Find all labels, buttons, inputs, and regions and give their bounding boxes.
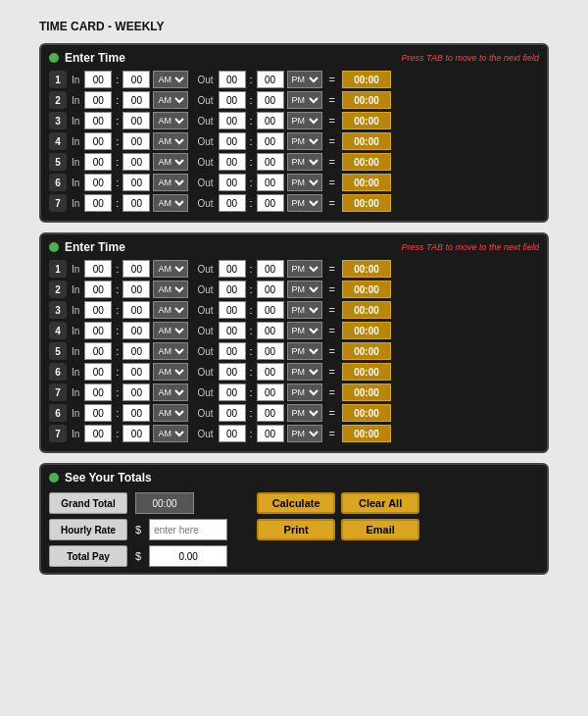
- out-ampm-select[interactable]: AM PM: [287, 194, 322, 212]
- email-button[interactable]: Email: [341, 519, 419, 540]
- out-min-input[interactable]: [257, 301, 284, 319]
- in-min-input[interactable]: [122, 363, 150, 381]
- in-min-input[interactable]: [122, 153, 150, 171]
- in-hour-input[interactable]: [84, 322, 112, 339]
- in-ampm-select[interactable]: AM PM: [153, 281, 188, 298]
- in-min-input[interactable]: [122, 384, 150, 401]
- in-ampm-select[interactable]: AM PM: [153, 404, 188, 422]
- in-ampm-select[interactable]: AM PM: [153, 153, 188, 171]
- out-hour-input[interactable]: [219, 363, 246, 381]
- out-hour-input[interactable]: [219, 281, 246, 298]
- in-hour-input[interactable]: [84, 174, 112, 191]
- out-min-input[interactable]: [257, 384, 284, 401]
- in-hour-input[interactable]: [84, 384, 112, 401]
- in-min-input[interactable]: [122, 404, 150, 422]
- out-ampm-select[interactable]: AM PM: [287, 342, 322, 360]
- in-ampm-select[interactable]: AM PM: [153, 342, 188, 360]
- out-hour-input[interactable]: [219, 301, 246, 319]
- in-hour-input[interactable]: [84, 342, 112, 360]
- in-ampm-select[interactable]: AM PM: [153, 322, 188, 339]
- in-min-input[interactable]: [122, 194, 150, 212]
- in-ampm-select[interactable]: AM PM: [153, 363, 188, 381]
- out-ampm-select[interactable]: AM PM: [287, 153, 322, 171]
- out-hour-input[interactable]: [219, 132, 246, 150]
- in-hour-input[interactable]: [84, 112, 112, 129]
- in-ampm-select[interactable]: AM PM: [153, 174, 188, 191]
- out-min-input[interactable]: [257, 194, 284, 212]
- in-min-input[interactable]: [122, 71, 150, 88]
- out-ampm-select[interactable]: AM PM: [287, 174, 322, 191]
- out-ampm-select[interactable]: AM PM: [287, 425, 322, 442]
- in-min-input[interactable]: [122, 260, 150, 278]
- in-min-input[interactable]: [122, 112, 150, 129]
- out-hour-input[interactable]: [219, 404, 246, 422]
- in-min-input[interactable]: [122, 342, 150, 360]
- in-min-input[interactable]: [122, 281, 150, 298]
- in-min-input[interactable]: [122, 301, 150, 319]
- in-ampm-select[interactable]: AM PM: [153, 91, 188, 109]
- out-ampm-select[interactable]: AM PM: [287, 71, 322, 88]
- out-min-input[interactable]: [257, 71, 284, 88]
- in-min-input[interactable]: [122, 322, 150, 339]
- hourly-rate-input[interactable]: [149, 519, 227, 540]
- out-ampm-select[interactable]: AM PM: [287, 91, 322, 109]
- in-hour-input[interactable]: [84, 425, 112, 442]
- in-hour-input[interactable]: [84, 91, 112, 109]
- in-hour-input[interactable]: [84, 281, 112, 298]
- in-ampm-select[interactable]: AM PM: [153, 260, 188, 278]
- calculate-button[interactable]: Calculate: [257, 492, 335, 514]
- out-ampm-select[interactable]: AM PM: [287, 322, 322, 339]
- in-ampm-select[interactable]: AM PM: [153, 71, 188, 88]
- out-hour-input[interactable]: [219, 112, 246, 129]
- out-ampm-select[interactable]: AM PM: [287, 384, 322, 401]
- out-ampm-select[interactable]: AM PM: [287, 112, 322, 129]
- out-min-input[interactable]: [257, 132, 284, 150]
- out-min-input[interactable]: [257, 260, 284, 278]
- print-button[interactable]: Print: [257, 519, 335, 540]
- in-hour-input[interactable]: [84, 363, 112, 381]
- out-min-input[interactable]: [257, 363, 284, 381]
- out-min-input[interactable]: [257, 112, 284, 129]
- out-hour-input[interactable]: [219, 71, 246, 88]
- in-min-input[interactable]: [122, 132, 150, 150]
- out-hour-input[interactable]: [219, 91, 246, 109]
- out-min-input[interactable]: [257, 322, 284, 339]
- out-ampm-select[interactable]: AM PM: [287, 301, 322, 319]
- out-min-input[interactable]: [257, 404, 284, 422]
- in-ampm-select[interactable]: AM PM: [153, 194, 188, 212]
- out-min-input[interactable]: [257, 153, 284, 171]
- clear-all-button[interactable]: Clear All: [341, 492, 419, 514]
- out-hour-input[interactable]: [219, 194, 246, 212]
- in-ampm-select[interactable]: AM PM: [153, 301, 188, 319]
- in-hour-input[interactable]: [84, 153, 112, 171]
- out-ampm-select[interactable]: AM PM: [287, 281, 322, 298]
- out-min-input[interactable]: [257, 342, 284, 360]
- in-hour-input[interactable]: [84, 301, 112, 319]
- out-min-input[interactable]: [257, 174, 284, 191]
- out-hour-input[interactable]: [219, 260, 246, 278]
- out-hour-input[interactable]: [219, 342, 246, 360]
- in-hour-input[interactable]: [84, 260, 112, 278]
- in-hour-input[interactable]: [84, 194, 112, 212]
- out-ampm-select[interactable]: AM PM: [287, 260, 322, 278]
- in-min-input[interactable]: [122, 91, 150, 109]
- out-hour-input[interactable]: [219, 153, 246, 171]
- in-ampm-select[interactable]: AM PM: [153, 425, 188, 442]
- out-hour-input[interactable]: [219, 384, 246, 401]
- in-ampm-select[interactable]: AM PM: [153, 112, 188, 129]
- out-ampm-select[interactable]: AM PM: [287, 404, 322, 422]
- out-hour-input[interactable]: [219, 174, 246, 191]
- in-hour-input[interactable]: [84, 71, 112, 88]
- in-ampm-select[interactable]: AM PM: [153, 132, 188, 150]
- in-min-input[interactable]: [122, 425, 150, 442]
- in-hour-input[interactable]: [84, 132, 112, 150]
- out-ampm-select[interactable]: AM PM: [287, 363, 322, 381]
- out-hour-input[interactable]: [219, 322, 246, 339]
- in-min-input[interactable]: [122, 174, 150, 191]
- out-ampm-select[interactable]: AM PM: [287, 132, 322, 150]
- out-min-input[interactable]: [257, 425, 284, 442]
- in-ampm-select[interactable]: AM PM: [153, 384, 188, 401]
- in-hour-input[interactable]: [84, 404, 112, 422]
- out-min-input[interactable]: [257, 281, 284, 298]
- out-min-input[interactable]: [257, 91, 284, 109]
